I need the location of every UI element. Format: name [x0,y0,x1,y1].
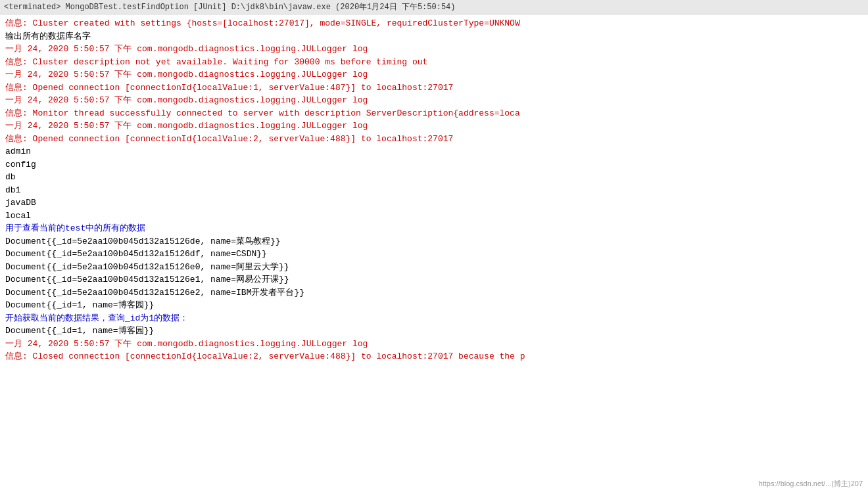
log-line: config [5,158,863,171]
log-line: 开始获取当前的数据结果，查询_id为1的数据： [5,312,863,325]
console-output: 信息: Cluster created with settings {hosts… [0,14,868,494]
log-line: 一月 24, 2020 5:50:57 下午 com.mongodb.diagn… [5,68,863,81]
log-line: 信息: Cluster description not yet availabl… [5,56,863,69]
log-line: 一月 24, 2020 5:50:57 下午 com.mongodb.diagn… [5,94,863,107]
log-line: Document{{_id=5e2aa100b045d132a15126e1, … [5,273,863,286]
log-line: 一月 24, 2020 5:50:57 下午 com.mongodb.diagn… [5,120,863,133]
title-text: <terminated> MongoDBTest.testFindOption … [4,3,456,12]
log-line: db1 [5,184,863,197]
watermark: https://blog.csdn.net/...(博主)207 [759,479,863,489]
log-line: Document{{_id=5e2aa100b045d132a15126de, … [5,235,863,248]
log-line: admin [5,145,863,158]
log-line: Document{{_id=1, name=博客园}} [5,325,863,338]
log-line: 信息: Cluster created with settings {hosts… [5,17,863,30]
title-bar: <terminated> MongoDBTest.testFindOption … [0,0,868,14]
log-line: db [5,171,863,184]
log-line: 信息: Closed connection [connectionId{loca… [5,350,863,363]
log-line: 一月 24, 2020 5:50:57 下午 com.mongodb.diagn… [5,338,863,351]
log-line: javaDB [5,196,863,210]
log-line: Document{{_id=5e2aa100b045d132a15126e2, … [5,286,863,300]
log-line: 信息: Monitor thread successfully connecte… [5,107,863,120]
log-line: 信息: Opened connection [connectionId{loca… [5,133,863,146]
log-line: 输出所有的数据库名字 [5,30,863,43]
console-lines: 信息: Cluster created with settings {hosts… [5,17,863,363]
log-line: 用于查看当前的test中的所有的数据 [5,222,863,235]
log-line: Document{{_id=5e2aa100b045d132a15126df, … [5,248,863,261]
log-line: Document{{_id=1, name=博客园}} [5,299,863,312]
log-line: local [5,210,863,223]
log-line: Document{{_id=5e2aa100b045d132a15126e0, … [5,261,863,274]
log-line: 一月 24, 2020 5:50:57 下午 com.mongodb.diagn… [5,43,863,56]
log-line: 信息: Opened connection [connectionId{loca… [5,81,863,95]
